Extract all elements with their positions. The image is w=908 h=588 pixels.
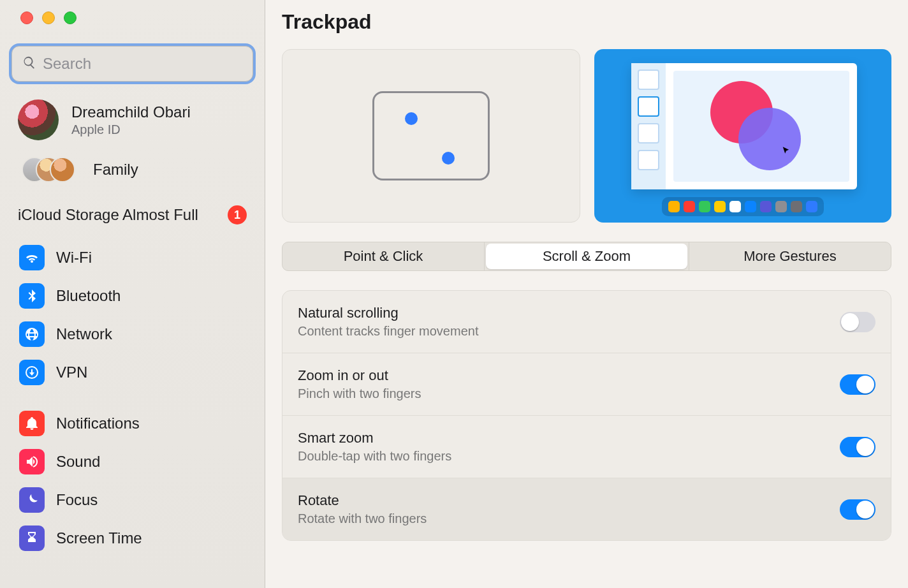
dock-item	[806, 201, 817, 212]
setting-subtitle: Pinch with two fingers	[298, 386, 421, 401]
dock-item	[684, 201, 695, 212]
moon-icon	[19, 487, 45, 513]
demo-thumb	[638, 70, 659, 90]
demo-dock	[662, 197, 824, 216]
sidebar-item-bluetooth[interactable]: Bluetooth	[9, 277, 256, 315]
demo-thumb	[638, 96, 659, 117]
sidebar-item-label: VPN	[56, 364, 87, 381]
account-sub: Apple ID	[71, 122, 191, 137]
alert-badge: 1	[228, 205, 247, 224]
search-icon	[22, 55, 36, 72]
gesture-demo	[594, 49, 891, 223]
sidebar-item-notifications[interactable]: Notifications	[9, 404, 256, 443]
sidebar-item-sound[interactable]: Sound	[9, 443, 256, 481]
sidebar-item-network[interactable]: Network	[9, 315, 256, 353]
sidebar-group-system: Notifications Sound Focus Screen Time	[9, 404, 256, 557]
dock-item	[760, 201, 772, 212]
sidebar-nav: Wi-Fi Bluetooth Network VPN	[0, 236, 265, 573]
hourglass-icon	[19, 526, 45, 551]
alert-text: iCloud Storage Almost Full	[18, 206, 198, 224]
family-row[interactable]: Family	[0, 152, 265, 196]
sidebar-item-label: Focus	[56, 491, 98, 509]
sidebar-item-focus[interactable]: Focus	[9, 481, 256, 519]
page-title: Trackpad	[265, 0, 908, 49]
trackpad-preview	[282, 49, 580, 223]
dock-item	[729, 201, 741, 212]
bell-icon	[19, 411, 45, 436]
setting-subtitle: Content tracks finger movement	[298, 324, 478, 339]
toggle-zoom-in-out[interactable]	[840, 374, 875, 395]
demo-window	[631, 63, 857, 189]
dock-item	[775, 201, 787, 212]
sidebar-item-wifi[interactable]: Wi-Fi	[9, 239, 256, 277]
close-window-button[interactable]	[20, 11, 33, 24]
search-input[interactable]	[43, 55, 242, 73]
speaker-icon	[19, 449, 45, 474]
setting-smart-zoom: Smart zoom Double-tap with two fingers	[282, 416, 891, 478]
sidebar-item-label: Bluetooth	[56, 287, 121, 305]
toggle-rotate[interactable]	[840, 499, 875, 520]
dock-item	[745, 201, 756, 212]
setting-title: Smart zoom	[298, 430, 451, 446]
vpn-icon	[19, 360, 45, 385]
family-avatars	[22, 156, 75, 184]
sidebar-item-label: Notifications	[56, 415, 140, 432]
toggle-smart-zoom[interactable]	[840, 437, 875, 457]
sidebar-item-label: Wi-Fi	[56, 249, 92, 267]
settings-list: Natural scrolling Content tracks finger …	[282, 290, 891, 541]
globe-icon	[19, 321, 45, 347]
finger-dot-2	[442, 152, 455, 165]
setting-title: Rotate	[298, 492, 427, 509]
demo-thumb	[638, 150, 659, 170]
family-label: Family	[93, 161, 138, 179]
finger-dot-1	[405, 112, 418, 125]
toggle-natural-scrolling[interactable]	[840, 312, 875, 332]
demo-thumb	[638, 123, 659, 143]
setting-title: Zoom in or out	[298, 367, 421, 384]
setting-title: Natural scrolling	[298, 305, 478, 321]
tab-bar: Point & Click Scroll & Zoom More Gesture…	[282, 242, 891, 271]
cursor-icon	[782, 146, 791, 158]
sidebar-item-label: Network	[56, 325, 112, 343]
icloud-alert-row[interactable]: iCloud Storage Almost Full 1	[0, 196, 265, 236]
trackpad-icon	[372, 91, 490, 180]
search-field[interactable]	[11, 46, 253, 82]
wifi-icon	[19, 245, 45, 270]
sidebar-item-label: Sound	[56, 453, 100, 471]
sidebar-item-label: Screen Time	[56, 529, 142, 547]
dock-item	[791, 201, 802, 212]
setting-subtitle: Rotate with two fingers	[298, 511, 427, 526]
tab-scroll-zoom[interactable]: Scroll & Zoom	[486, 244, 687, 269]
setting-natural-scrolling: Natural scrolling Content tracks finger …	[282, 291, 891, 353]
minimize-window-button[interactable]	[42, 11, 55, 24]
tab-point-click[interactable]: Point & Click	[282, 242, 485, 270]
dock-item	[714, 201, 726, 212]
window-controls	[0, 11, 265, 24]
sidebar-group-connectivity: Wi-Fi Bluetooth Network VPN	[9, 239, 256, 392]
setting-zoom-in-out: Zoom in or out Pinch with two fingers	[282, 353, 891, 416]
main-panel: Trackpad	[265, 0, 908, 588]
dock-item	[699, 201, 710, 212]
sidebar: Dreamchild Obari Apple ID Family iCloud …	[0, 0, 265, 588]
apple-id-row[interactable]: Dreamchild Obari Apple ID	[0, 96, 265, 152]
demo-circle-purple	[738, 108, 801, 170]
account-name: Dreamchild Obari	[71, 103, 191, 121]
fullscreen-window-button[interactable]	[64, 11, 77, 24]
avatar	[18, 99, 59, 140]
dock-item	[668, 201, 680, 212]
bluetooth-icon	[19, 283, 45, 309]
setting-subtitle: Double-tap with two fingers	[298, 449, 451, 464]
sidebar-item-screen-time[interactable]: Screen Time	[9, 519, 256, 557]
tab-more-gestures[interactable]: More Gestures	[689, 242, 891, 270]
preview-row	[265, 49, 908, 223]
setting-rotate: Rotate Rotate with two fingers	[282, 478, 891, 540]
sidebar-item-vpn[interactable]: VPN	[9, 353, 256, 392]
